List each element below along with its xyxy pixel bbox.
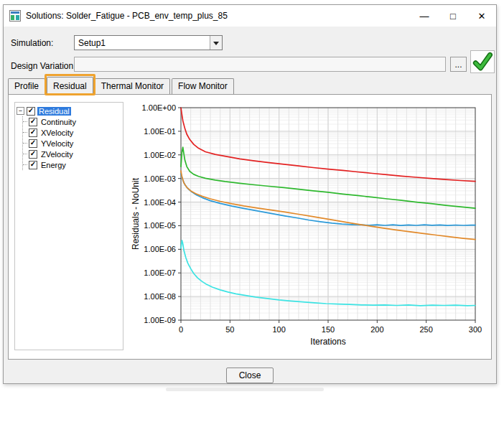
- tree-connector: [23, 132, 27, 133]
- svg-text:1.00E-09: 1.00E-09: [144, 316, 176, 324]
- tab-residual[interactable]: Residual: [47, 77, 93, 94]
- solutions-dialog: Solutions: Solder_Fatigue - PCB_env_temp…: [3, 4, 497, 384]
- tree-item-yvelocity[interactable]: YVelocity: [39, 139, 75, 148]
- title-bar[interactable]: Solutions: Solder_Fatigue - PCB_env_temp…: [4, 5, 496, 27]
- dropdown-arrow-icon[interactable]: [210, 36, 222, 50]
- tree-item-zvelocity[interactable]: ZVelocity: [39, 150, 75, 159]
- tab-profile[interactable]: Profile: [8, 78, 45, 94]
- residual-chart: 1.00E+001.00E-011.00E-021.00E-031.00E-04…: [129, 100, 490, 353]
- tab-flow-monitor[interactable]: Flow Monitor: [172, 78, 234, 94]
- svg-text:100: 100: [272, 325, 285, 334]
- continuity-checkbox[interactable]: ✓: [29, 118, 37, 126]
- svg-text:0: 0: [179, 325, 183, 334]
- xvelocity-checkbox[interactable]: ✓: [29, 128, 37, 137]
- checkmark-icon: ✓: [28, 107, 34, 114]
- energy-checkbox[interactable]: ✓: [29, 161, 37, 169]
- tab-label: Thermal Monitor: [101, 81, 164, 91]
- tree-children: ✓ Continuity ✓ XVelocity ✓ YVelocity ✓ Z…: [22, 116, 121, 170]
- close-icon: ✕: [478, 11, 486, 21]
- background-artifact: [166, 388, 324, 391]
- svg-text:1.00E-07: 1.00E-07: [144, 268, 176, 277]
- checkmark-icon: ✓: [30, 128, 36, 136]
- plot-tree-panel: − ✓ Residual ✓ Continuity ✓ XVelocity ✓: [14, 102, 123, 350]
- checkmark-icon: ✓: [30, 139, 36, 146]
- close-dialog-button[interactable]: Close: [226, 368, 274, 383]
- checkmark-icon: ✓: [30, 161, 36, 168]
- svg-text:200: 200: [370, 325, 383, 334]
- svg-text:Iterations: Iterations: [310, 337, 345, 347]
- tree-row-continuity: ✓ Continuity: [23, 116, 121, 127]
- tab-content-panel: − ✓ Residual ✓ Continuity ✓ XVelocity ✓: [8, 94, 492, 360]
- svg-text:250: 250: [419, 325, 432, 334]
- svg-text:1.00E-08: 1.00E-08: [144, 292, 176, 301]
- tree-item-continuity[interactable]: Continuity: [39, 118, 78, 126]
- svg-text:Residuals - NoUnit: Residuals - NoUnit: [131, 177, 141, 250]
- tree-row-yvelocity: ✓ YVelocity: [23, 138, 121, 149]
- checkmark-icon: ✓: [30, 118, 36, 125]
- residual-checkbox[interactable]: ✓: [27, 107, 35, 116]
- tree-connector: [23, 143, 27, 144]
- svg-text:50: 50: [225, 325, 234, 334]
- simulation-label: Simulation:: [11, 38, 53, 48]
- minimize-button[interactable]: —: [410, 5, 439, 27]
- tab-label: Residual: [53, 81, 87, 91]
- tree-connector: [23, 164, 27, 165]
- chart-canvas: 1.00E+001.00E-011.00E-021.00E-031.00E-04…: [129, 100, 490, 353]
- close-window-button[interactable]: ✕: [467, 5, 496, 27]
- minimize-icon: —: [420, 11, 429, 21]
- app-icon: [9, 10, 21, 22]
- tree-row-xvelocity: ✓ XVelocity: [23, 127, 121, 138]
- tree-connector: [23, 121, 27, 122]
- svg-text:1.00E-05: 1.00E-05: [144, 221, 176, 230]
- tree-item-residual[interactable]: Residual: [37, 107, 71, 116]
- svg-text:1.00E-06: 1.00E-06: [144, 245, 176, 253]
- green-check-icon: [472, 52, 493, 72]
- simulation-dropdown[interactable]: Setup1: [74, 35, 223, 50]
- tab-label: Profile: [14, 81, 39, 91]
- zvelocity-checkbox[interactable]: ✓: [29, 150, 37, 159]
- tab-thermal-monitor[interactable]: Thermal Monitor: [95, 78, 170, 94]
- window-title: Solutions: Solder_Fatigue - PCB_env_temp…: [26, 11, 228, 21]
- design-variation-label: Design Variation:: [11, 61, 76, 71]
- tab-strip: Profile Residual Thermal Monitor Flow Mo…: [8, 78, 235, 94]
- tree-connector: [23, 154, 27, 154]
- svg-text:1.00E-03: 1.00E-03: [144, 174, 176, 183]
- checkmark-icon: ✓: [30, 150, 36, 157]
- tree-expander-icon[interactable]: −: [17, 107, 24, 115]
- svg-text:1.00E-04: 1.00E-04: [144, 198, 176, 207]
- svg-text:300: 300: [469, 325, 482, 334]
- tree-row-residual: − ✓ Residual: [17, 106, 121, 116]
- maximize-button[interactable]: □: [439, 5, 467, 27]
- tree-item-xvelocity[interactable]: XVelocity: [39, 128, 75, 137]
- tree-row-zvelocity: ✓ ZVelocity: [23, 149, 121, 159]
- svg-text:1.00E-02: 1.00E-02: [144, 151, 176, 159]
- tree-row-energy: ✓ Energy: [23, 159, 121, 170]
- design-variation-input[interactable]: [74, 57, 446, 72]
- apply-check-button[interactable]: [470, 50, 495, 73]
- simulation-value: Setup1: [75, 36, 210, 50]
- tree-item-energy[interactable]: Energy: [39, 161, 67, 169]
- svg-text:1.00E-01: 1.00E-01: [144, 127, 176, 136]
- maximize-icon: □: [450, 11, 456, 21]
- tab-label: Flow Monitor: [178, 81, 228, 91]
- svg-text:150: 150: [322, 325, 335, 334]
- svg-text:1.00E+00: 1.00E+00: [142, 103, 176, 112]
- browse-button[interactable]: ...: [450, 57, 467, 72]
- yvelocity-checkbox[interactable]: ✓: [29, 139, 37, 148]
